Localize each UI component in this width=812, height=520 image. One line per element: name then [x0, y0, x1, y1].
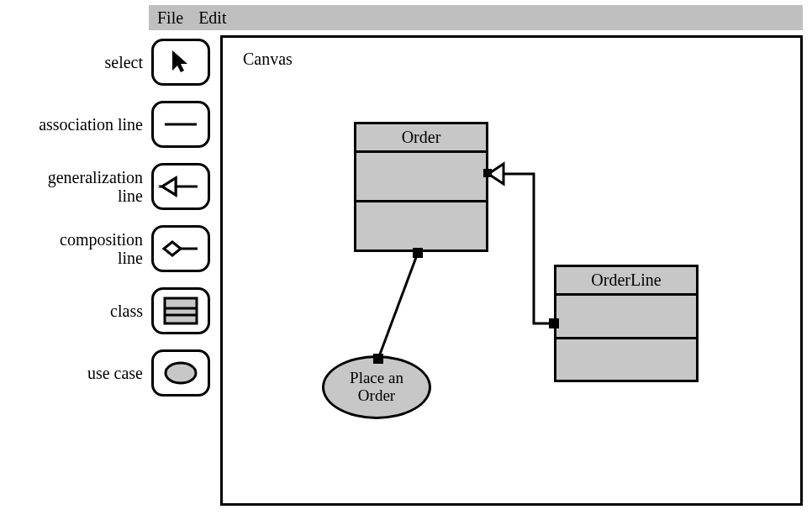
tool-row-generalization: generalization line: [0, 163, 210, 210]
tool-label-generalization: generalization line: [34, 168, 143, 205]
tool-row-usecase: use case: [0, 349, 210, 397]
association-line-icon: [160, 112, 202, 137]
composition-line-icon: [157, 234, 204, 264]
tool-row-association: association line: [0, 101, 210, 148]
uml-class-orderline-attrs: [556, 296, 696, 339]
tool-label-usecase: use case: [87, 364, 143, 382]
usecase-icon: [160, 357, 202, 389]
menu-edit[interactable]: Edit: [198, 8, 226, 28]
svg-point-10: [166, 363, 196, 383]
tool-usecase-button[interactable]: [151, 349, 210, 397]
uml-class-orderline-ops: [556, 339, 696, 381]
connector-association-order-usecase[interactable]: [373, 248, 423, 364]
uml-class-order-title: Order: [356, 124, 486, 153]
tool-label-association: association line: [39, 115, 143, 134]
generalization-line-icon: [157, 171, 204, 202]
svg-line-15: [378, 253, 418, 359]
svg-marker-0: [172, 50, 187, 72]
class-icon: [161, 295, 200, 327]
tool-label-composition: composition line: [34, 230, 143, 267]
connector-overlay: [223, 38, 805, 508]
tool-composition-button[interactable]: [151, 225, 210, 272]
tool-generalization-button[interactable]: [151, 163, 210, 210]
uml-class-orderline-title: OrderLine: [556, 267, 696, 296]
uml-class-order-ops: [356, 202, 486, 249]
tool-select-button[interactable]: [151, 39, 210, 86]
tool-row-class: class: [0, 287, 210, 334]
tool-association-button[interactable]: [151, 101, 210, 148]
uml-usecase-place-order[interactable]: Place an Order: [322, 355, 431, 419]
svg-marker-12: [488, 164, 504, 184]
uml-class-order[interactable]: Order: [354, 122, 488, 252]
canvas[interactable]: Canvas Order OrderLine Place an Order: [220, 35, 803, 506]
connector-generalization-orderline-order[interactable]: [483, 164, 559, 328]
uml-usecase-place-order-label: Place an Order: [330, 370, 424, 405]
uml-class-order-attrs: [356, 153, 486, 202]
svg-rect-7: [165, 298, 197, 323]
canvas-title: Canvas: [243, 50, 293, 69]
tool-row-composition: composition line: [0, 225, 210, 272]
menu-file[interactable]: File: [157, 8, 183, 28]
tool-label-select: select: [104, 53, 143, 71]
tool-row-select: select: [0, 39, 210, 86]
uml-class-orderline[interactable]: OrderLine: [554, 265, 699, 382]
svg-marker-4: [162, 178, 176, 195]
cursor-icon: [166, 47, 196, 77]
svg-marker-5: [164, 242, 181, 255]
toolbox: select association line generalization l…: [0, 35, 210, 397]
menubar: File Edit: [149, 5, 803, 30]
tool-label-class: class: [110, 302, 143, 320]
tool-class-button[interactable]: [151, 287, 210, 334]
